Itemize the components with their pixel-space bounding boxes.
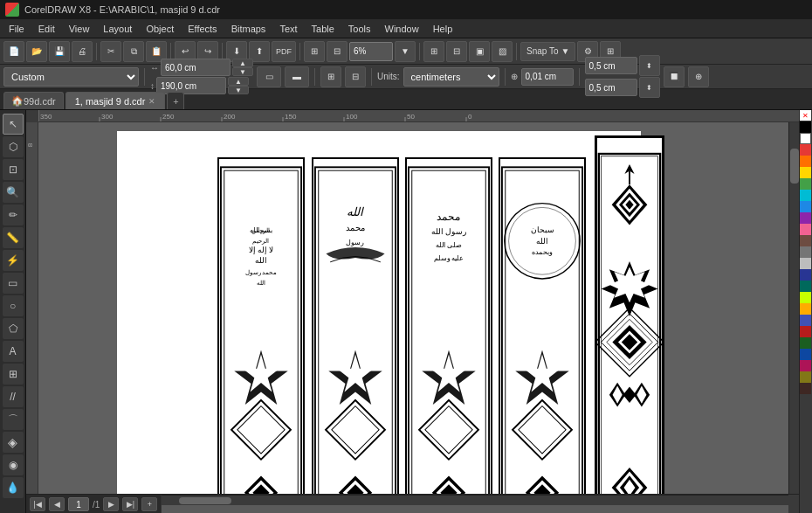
color-yellow[interactable] — [800, 167, 811, 178]
menu-object[interactable]: Object — [139, 22, 181, 36]
color-cyan[interactable] — [800, 190, 811, 201]
shape-tool[interactable]: ⬡ — [3, 136, 24, 157]
zoom-input[interactable]: 6% — [349, 42, 393, 61]
color-black[interactable] — [800, 121, 811, 133]
color-lightgray[interactable] — [800, 258, 811, 269]
color-pink[interactable] — [800, 224, 811, 235]
color-white[interactable] — [800, 133, 811, 144]
crop-tool[interactable]: ⊡ — [3, 159, 24, 180]
align-button[interactable]: ⊞ — [423, 41, 444, 62]
tab-add-button[interactable]: + — [167, 92, 184, 109]
menu-table[interactable]: Table — [305, 22, 341, 36]
color-gray[interactable] — [800, 246, 811, 258]
dim2-spin[interactable]: ⬍ — [639, 77, 660, 98]
dim1-input[interactable] — [585, 57, 637, 74]
pdf-button[interactable]: PDF — [272, 41, 296, 62]
landscape-button[interactable]: ▬ — [285, 66, 309, 87]
tab-close-icon[interactable]: ✕ — [148, 97, 155, 106]
color-none[interactable]: ✕ — [800, 110, 811, 121]
group-button[interactable]: ▣ — [469, 41, 490, 62]
snap-to-button[interactable]: Snap To ▼ — [520, 42, 575, 61]
copy-button[interactable]: ⧉ — [123, 41, 144, 62]
scrollbar-vertical[interactable] — [788, 122, 799, 494]
color-darkgreen[interactable] — [800, 337, 811, 349]
zoom-dropdown[interactable]: ▼ — [395, 41, 416, 62]
menu-effects[interactable]: Effects — [181, 22, 224, 36]
width-up[interactable]: ▲ — [232, 59, 253, 67]
menu-tools[interactable]: Tools — [341, 22, 378, 36]
print-button[interactable]: 🖨 — [72, 41, 93, 62]
scrollbar-horizontal[interactable] — [162, 495, 788, 505]
height-up[interactable]: ▲ — [228, 77, 249, 86]
menu-bitmaps[interactable]: Bitmaps — [224, 22, 273, 36]
color-blue[interactable] — [800, 201, 811, 212]
color-darkbrown[interactable] — [800, 383, 811, 394]
width-input[interactable] — [161, 59, 231, 76]
ellipse-tool[interactable]: ○ — [3, 295, 24, 316]
text-tool[interactable]: A — [3, 341, 24, 362]
select-tool[interactable]: ↖ — [3, 114, 24, 135]
dropper-tool[interactable]: 💧 — [3, 477, 24, 498]
color-brown[interactable] — [800, 235, 811, 246]
page-prev[interactable]: ◀ — [49, 497, 65, 511]
fill-tool[interactable]: ◈ — [3, 432, 24, 453]
interactive-tool[interactable]: ◉ — [3, 454, 24, 475]
color-amber[interactable] — [800, 303, 811, 315]
distribute-button[interactable]: ⊟ — [446, 41, 467, 62]
color-indigo[interactable] — [800, 315, 811, 326]
menu-layout[interactable]: Layout — [96, 22, 139, 36]
freehand-tool[interactable]: ✏ — [3, 205, 24, 225]
bleed-button[interactable]: ⊟ — [345, 66, 366, 87]
menu-edit[interactable]: Edit — [31, 22, 62, 36]
color-teal[interactable] — [800, 281, 811, 292]
lock-proportions[interactable]: 🔲 — [664, 66, 685, 87]
add-page-btn[interactable]: ⊕ — [688, 66, 709, 87]
zoom-out-button[interactable]: ⊞ — [304, 41, 325, 62]
parallel-tool[interactable]: // — [3, 386, 24, 407]
color-darkblue[interactable] — [800, 349, 811, 360]
connector-tool[interactable]: ⌒ — [3, 409, 24, 430]
new-button[interactable]: 📄 — [3, 41, 24, 62]
smart-tool[interactable]: ⚡ — [3, 250, 24, 271]
color-red[interactable] — [800, 144, 811, 156]
color-magenta[interactable] — [800, 360, 811, 371]
scroll-thumb-h[interactable] — [179, 497, 231, 504]
menu-text[interactable]: Text — [272, 22, 304, 36]
width-down[interactable]: ▼ — [232, 67, 253, 76]
page-last[interactable]: ▶| — [122, 497, 138, 511]
dim1-spin[interactable]: ⬍ — [639, 55, 660, 76]
portrait-button[interactable]: ▭ — [257, 66, 281, 87]
tab-active[interactable]: 1, masjid 9 d.cdr ✕ — [65, 92, 166, 109]
menu-window[interactable]: Window — [378, 22, 426, 36]
color-lime[interactable] — [800, 292, 811, 303]
menu-file[interactable]: File — [2, 22, 31, 36]
color-green[interactable] — [800, 178, 811, 190]
color-olive[interactable] — [800, 371, 811, 383]
ruler-tool[interactable]: 📏 — [3, 227, 24, 248]
color-purple[interactable] — [800, 212, 811, 224]
zoom-tool[interactable]: 🔍 — [3, 182, 24, 203]
page-next[interactable]: ▶ — [103, 497, 119, 511]
dim2-input[interactable] — [585, 79, 637, 96]
canvas-inner[interactable]: بسم الله الرحمن الرحيم لا إله إلا الله م… — [38, 122, 788, 494]
menu-help[interactable]: Help — [426, 22, 460, 36]
save-button[interactable]: 💾 — [49, 41, 70, 62]
resize-page-button[interactable]: ⊞ — [320, 66, 341, 87]
units-select[interactable]: centimeters — [403, 67, 499, 87]
table-tool[interactable]: ⊞ — [3, 364, 24, 385]
open-button[interactable]: 📂 — [26, 41, 47, 62]
page-size-select[interactable]: Custom — [3, 67, 139, 87]
page-add[interactable]: + — [141, 497, 157, 511]
ungroup-button[interactable]: ▨ — [492, 41, 513, 62]
color-orange[interactable] — [800, 156, 811, 167]
rectangle-tool[interactable]: ▭ — [3, 273, 24, 294]
nudge-input[interactable] — [521, 68, 574, 86]
menu-view[interactable]: View — [62, 22, 97, 36]
color-navy[interactable] — [800, 269, 811, 281]
cut-button[interactable]: ✂ — [100, 41, 121, 62]
zoom-fit-button[interactable]: ⊟ — [327, 41, 348, 62]
tab-home[interactable]: 🏠 99d.cdr — [3, 92, 64, 109]
polygon-tool[interactable]: ⬠ — [3, 318, 24, 339]
page-first[interactable]: |◀ — [30, 497, 45, 511]
page-number[interactable] — [68, 497, 89, 511]
